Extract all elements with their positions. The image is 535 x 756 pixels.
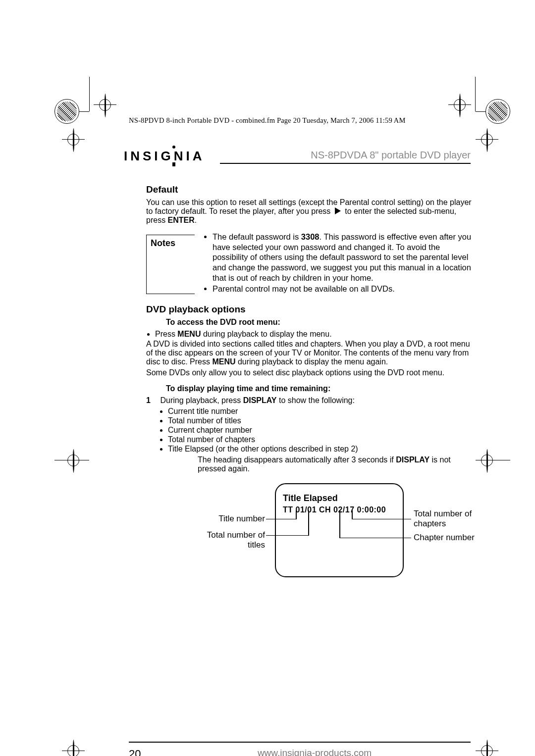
notes-bullet-1: The default password is 3308. This passw… — [213, 232, 473, 283]
label-chapter-number: Chapter number — [414, 533, 483, 543]
heading-default: Default — [146, 184, 473, 195]
registration-mark — [454, 99, 466, 111]
text: . — [195, 216, 197, 224]
text: The default password is — [213, 232, 301, 241]
brand-logo: INSIGNIA — [124, 149, 205, 164]
heading-playback: DVD playback options — [146, 304, 473, 315]
display-item: Title Elapsed (or the other options desc… — [168, 445, 473, 454]
notes-label: Notes — [146, 235, 195, 294]
product-title: NS-8PDVDA 8" portable DVD player — [220, 150, 471, 164]
keyword-menu: MENU — [212, 357, 235, 366]
lead-line — [352, 510, 353, 519]
crop-mark — [476, 460, 510, 460]
display-item: Total number of titles — [168, 416, 473, 425]
play-icon — [335, 207, 341, 214]
registration-big — [485, 99, 510, 124]
default-paragraph: You can use this option to reset all set… — [146, 198, 473, 225]
page-body: Default You can use this option to reset… — [146, 184, 473, 592]
text: Parental control may not be available on… — [213, 284, 395, 293]
text: The heading disappears automatically aft… — [198, 455, 396, 464]
page-footer: 20 www.insignia-products.com — [129, 742, 471, 756]
heading-root-menu: To access the DVD root menu: — [166, 318, 280, 326]
page: NS-8PDVD 8-inch Portable DVD - combined.… — [0, 0, 535, 756]
osd-title: Title Elapsed — [283, 493, 396, 504]
text: during playback to display the menu. — [201, 330, 331, 338]
step-number: 1 — [146, 396, 158, 405]
label-total-titles: Total number of titles — [201, 530, 265, 551]
text: to show the following: — [277, 396, 355, 404]
display-after: The heading disappears automatically aft… — [198, 455, 473, 473]
lead-line — [266, 535, 308, 536]
crop-mark — [89, 77, 90, 111]
password-value: 3308 — [301, 232, 320, 241]
lead-line — [308, 510, 309, 536]
text: Press — [155, 330, 177, 338]
brand-dot-icon — [172, 146, 175, 149]
registration-mark — [67, 745, 79, 756]
label-total-chapters: Total number of chapters — [414, 509, 483, 529]
text: during playback to display the menu agai… — [235, 357, 388, 366]
display-item: Current title number — [168, 407, 473, 416]
registration-big — [54, 99, 79, 124]
keyword-menu: MENU — [177, 330, 201, 338]
display-step: 1 During playback, press DISPLAY to show… — [146, 396, 473, 405]
lead-line — [339, 538, 411, 539]
keyword-display: DISPLAY — [396, 455, 429, 464]
registration-mark — [481, 134, 493, 146]
osd-diagram: Title Elapsed TT 01/01 CH 02/17 0:00:00 … — [181, 483, 473, 592]
footer-url: www.insignia-products.com — [159, 748, 471, 756]
lead-line — [266, 519, 296, 520]
crop-mark — [54, 460, 89, 460]
label-title-number: Title number — [201, 514, 265, 524]
notes-text: The default password is 3308. This passw… — [195, 232, 473, 295]
brand-text: INSIGNIA — [124, 149, 205, 163]
lead-line — [296, 510, 297, 519]
crop-mark — [475, 77, 476, 111]
registration-mark — [99, 99, 111, 111]
registration-mark — [481, 745, 493, 756]
lead-line — [339, 510, 340, 538]
framemaker-meta: NS-8PDVD 8-inch Portable DVD - combined.… — [129, 116, 406, 125]
brand-bar-icon — [172, 162, 175, 166]
display-item: Current chapter number — [168, 426, 473, 435]
heading-display-time: To display playing time and time remaini… — [166, 384, 330, 393]
root-menu-para1: A DVD is divided into sections called ti… — [146, 340, 473, 366]
page-number: 20 — [129, 748, 159, 756]
display-item: Total number of chapters — [168, 435, 473, 444]
keyword-display: DISPLAY — [243, 396, 277, 404]
notes-block: Notes The default password is 3308. This… — [146, 232, 473, 295]
page-header: INSIGNIA NS-8PDVDA 8" portable DVD playe… — [124, 149, 471, 164]
lead-line — [352, 519, 411, 520]
text: During playback, press — [160, 396, 243, 404]
root-menu-para2: Some DVDs only allow you to select disc … — [146, 368, 473, 377]
registration-mark — [481, 454, 493, 466]
registration-mark — [67, 134, 79, 146]
notes-bullet-2: Parental control may not be available on… — [213, 284, 473, 294]
registration-mark — [67, 454, 79, 466]
root-menu-bullet: Press MENU during playback to display th… — [155, 330, 473, 339]
keyword-enter: ENTER — [168, 216, 195, 224]
